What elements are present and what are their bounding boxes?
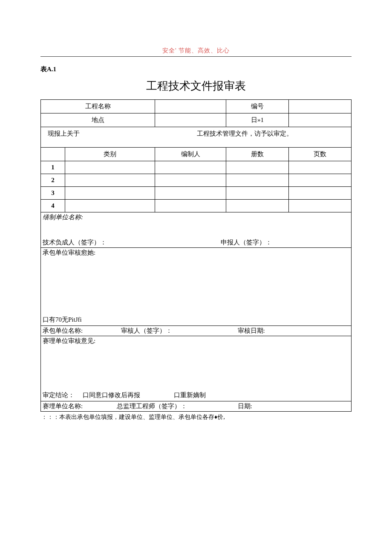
field-date[interactable] — [289, 113, 352, 127]
contractor-opinion-label: 承包单位审核愈她: — [43, 249, 349, 257]
supervisor-opinion-label: 赛理单位审核意见: — [43, 337, 349, 345]
cell-compiler-3[interactable] — [155, 187, 226, 200]
header-slogan: 安全' 节能、高效、比心 — [40, 47, 352, 57]
compile-block: 缮制单位名称: 技术负成人（签字）： 申报人（签字）： — [41, 212, 352, 248]
form-table: 工程名称 编号 地点 日»1 现报上关于 工程技术管理文件，访予以审定。 类别 … — [40, 99, 352, 412]
supervisor-sign-row: 赛埋单位名称: 总监理工程师（签字）： 日期: — [41, 401, 352, 412]
cell-category-1[interactable] — [65, 161, 155, 174]
label-number: 编号 — [226, 100, 289, 113]
supervisor-opinion-block: 赛理单位审核意见: 审定结论： 口同意口修改后再报 口重新嫡制 — [41, 336, 352, 401]
cell-copies-3[interactable] — [226, 187, 289, 200]
cell-copies-1[interactable] — [226, 161, 289, 174]
row-num-2: 2 — [41, 174, 65, 187]
request-line: 现报上关于 工程技术管理文件，访予以审定。 — [41, 127, 352, 148]
supervisor-unit-label: 赛埋单位名称: — [43, 402, 115, 410]
request-prefix: 现报上关于 — [44, 130, 83, 138]
label-project-name: 工程名称 — [41, 100, 155, 113]
conclusion-label: 审定结论： — [43, 391, 81, 399]
field-project-name[interactable] — [155, 100, 226, 113]
doc-title: 工程技术文件报审表 — [40, 78, 352, 93]
col-copies: 册数 — [226, 148, 289, 161]
conclusion-opt1: 口同意口修改后再报 — [83, 391, 172, 399]
label-date: 日»1 — [226, 113, 289, 127]
contractor-reviewer-label: 审核人（签字）： — [121, 327, 236, 335]
table-number: 表A.1 — [40, 65, 352, 73]
supervisor-date-label: 日期: — [238, 403, 252, 410]
col-category: 类别 — [65, 148, 155, 161]
cell-compiler-4[interactable] — [155, 200, 226, 212]
col-compiler: 编制人 — [155, 148, 226, 161]
cell-copies-2[interactable] — [226, 174, 289, 187]
applicant-label: 申报人（签字）： — [221, 239, 272, 246]
cell-pages-1[interactable] — [289, 161, 352, 174]
footnote: ：：：本表出承包单位填报，建设单位、监理单位、承包单位各存♦价, — [40, 412, 352, 421]
cell-pages-2[interactable] — [289, 174, 352, 187]
col-pages: 页数 — [289, 148, 352, 161]
contractor-review-date-label: 审核日期: — [238, 327, 265, 334]
contractor-unit-label: 承包单位名称: — [43, 327, 119, 335]
contractor-sign-row: 承包单位名称: 审核人（签字）： 审核日期: — [41, 326, 352, 336]
field-location[interactable] — [155, 113, 226, 127]
request-suffix: 工程技术管理文件，访予以审定。 — [197, 130, 293, 137]
tech-lead-label: 技术负成人（签字）： — [43, 239, 107, 246]
row-num-3: 3 — [41, 187, 65, 200]
cell-compiler-2[interactable] — [155, 174, 226, 187]
row-num-1: 1 — [41, 161, 65, 174]
cell-pages-3[interactable] — [289, 187, 352, 200]
cell-category-2[interactable] — [65, 174, 155, 187]
field-number[interactable] — [289, 100, 352, 113]
row-num-4: 4 — [41, 200, 65, 212]
cell-pages-4[interactable] — [289, 200, 352, 212]
cell-compiler-1[interactable] — [155, 161, 226, 174]
conclusion-opt2: 口重新嫡制 — [174, 392, 206, 398]
contractor-opinion-block: 承包单位审核愈她: 口有70无PitJfi — [41, 248, 352, 326]
cell-copies-4[interactable] — [226, 200, 289, 212]
contractor-checkbox-line: 口有70无PitJfi — [43, 316, 82, 324]
chief-engineer-label: 总监理工程师（签字）： — [117, 402, 236, 410]
cell-category-3[interactable] — [65, 187, 155, 200]
col-index-blank — [41, 148, 65, 161]
label-location: 地点 — [41, 113, 155, 127]
compile-unit-label: 缮制单位名称: — [43, 213, 349, 221]
cell-category-4[interactable] — [65, 200, 155, 212]
